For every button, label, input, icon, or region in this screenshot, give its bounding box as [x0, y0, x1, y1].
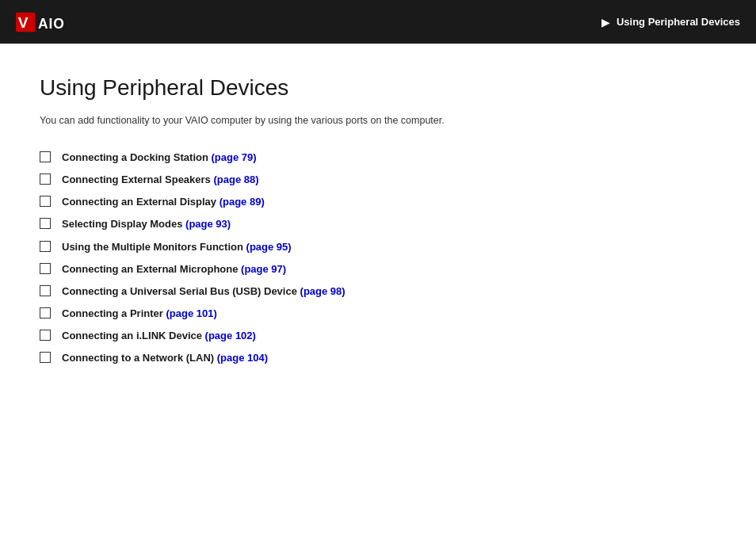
item-link-5[interactable]: (page 97) [241, 263, 286, 275]
svg-text:V: V [18, 14, 29, 31]
list-item: Connecting to a Network (LAN) (page 104) [40, 351, 716, 365]
header: V AIO ▶ Using Peripheral Devices [0, 0, 756, 44]
item-link-6[interactable]: (page 98) [300, 285, 346, 297]
item-link-4[interactable]: (page 95) [246, 241, 292, 253]
item-label-1: Connecting External Speakers (page 88) [62, 173, 259, 187]
list-item: Connecting a Printer (page 101) [40, 307, 716, 321]
item-label-2: Connecting an External Display (page 89) [62, 195, 265, 209]
item-list: Connecting a Docking Station (page 79)Co… [40, 151, 716, 366]
item-link-9[interactable]: (page 104) [217, 352, 268, 364]
list-item: Selecting Display Modes (page 93) [40, 217, 716, 231]
checkbox-icon [40, 263, 51, 274]
checkbox-icon [40, 174, 51, 185]
header-arrow: ▶ [601, 16, 610, 29]
checkbox-icon [40, 196, 51, 207]
header-section-title: Using Peripheral Devices [617, 16, 740, 28]
list-item: Connecting a Universal Serial Bus (USB) … [40, 284, 716, 299]
item-label-0: Connecting a Docking Station (page 79) [62, 151, 257, 165]
vaio-logo: V AIO [16, 11, 92, 33]
checkbox-icon [40, 307, 51, 318]
main-content: Using Peripheral Devices You can add fun… [0, 44, 756, 398]
list-item: Connecting an External Microphone (page … [40, 262, 716, 277]
item-label-6: Connecting a Universal Serial Bus (USB) … [62, 284, 346, 299]
header-right: ▶ Using Peripheral Devices [601, 16, 740, 29]
item-label-7: Connecting a Printer (page 101) [62, 307, 217, 321]
item-label-5: Connecting an External Microphone (page … [62, 262, 286, 277]
item-label-8: Connecting an i.LINK Device (page 102) [62, 329, 256, 343]
checkbox-icon [40, 352, 51, 363]
item-label-3: Selecting Display Modes (page 93) [62, 217, 231, 231]
checkbox-icon [40, 151, 51, 162]
item-link-0[interactable]: (page 79) [212, 151, 257, 163]
item-link-2[interactable]: (page 89) [220, 196, 265, 208]
item-link-7[interactable]: (page 101) [166, 307, 216, 319]
checkbox-icon [40, 285, 51, 296]
list-item: Connecting a Docking Station (page 79) [40, 151, 716, 165]
item-link-8[interactable]: (page 102) [205, 330, 256, 341]
list-item: Connecting an External Display (page 89) [40, 195, 716, 209]
item-link-1[interactable]: (page 88) [213, 174, 258, 185]
page-title: Using Peripheral Devices [40, 75, 716, 101]
list-item: Connecting External Speakers (page 88) [40, 173, 716, 187]
item-link-3[interactable]: (page 93) [185, 218, 231, 230]
page-description: You can add functionality to your VAIO c… [40, 113, 716, 128]
checkbox-icon [40, 330, 51, 341]
checkbox-icon [40, 218, 51, 229]
item-label-4: Using the Multiple Monitors Function (pa… [62, 240, 292, 254]
checkbox-icon [40, 241, 51, 252]
item-label-9: Connecting to a Network (LAN) (page 104) [62, 351, 268, 365]
svg-text:AIO: AIO [38, 15, 65, 31]
list-item: Using the Multiple Monitors Function (pa… [40, 240, 716, 254]
list-item: Connecting an i.LINK Device (page 102) [40, 329, 716, 343]
